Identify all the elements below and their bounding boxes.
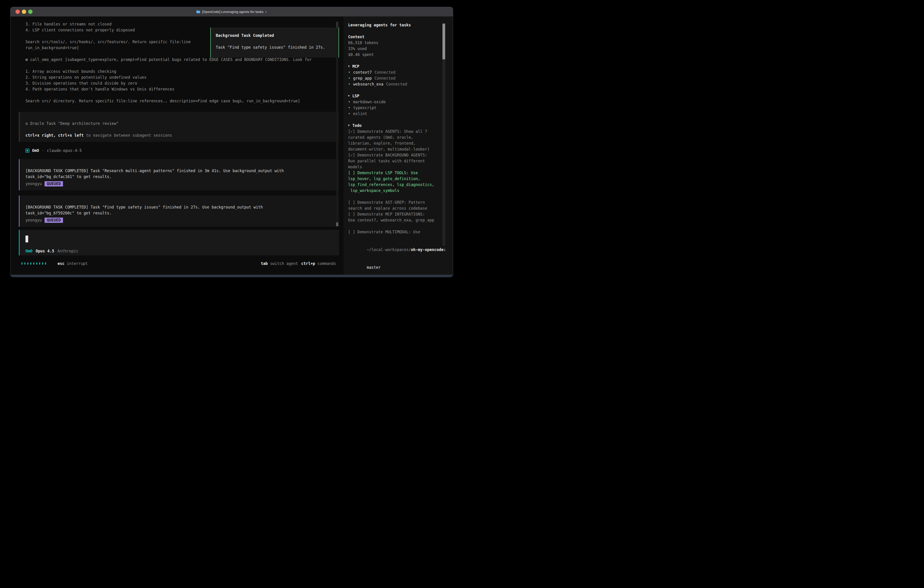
mcp-item: • websearch_exa Connected: [348, 81, 441, 87]
mcp-item: • context7 Connected: [348, 69, 441, 75]
chevron-down-icon: ▼: [348, 93, 350, 99]
traffic-lights: [15, 7, 33, 17]
todo-line: curated agents (OmO, oracle,: [348, 134, 441, 140]
todo-line: document-writer, multimodal-looker): [348, 146, 441, 152]
lsp-section-header[interactable]: ▼ LSP: [348, 93, 441, 99]
subagent-nav-hint: ctrl+x right, ctrl+x left to navigate be…: [25, 132, 334, 138]
main-scrollbar-thumb[interactable]: [336, 222, 338, 226]
active-agent-name: OmO: [25, 249, 33, 253]
todo-line-active: lsp_hover, lsp_goto_definition,: [348, 176, 441, 182]
status-bar: esc interrupt tab switch agent ctrl+p co…: [21, 261, 336, 266]
scrollback-line: 3. Division operations that could divide…: [25, 80, 312, 86]
main-scrollbar-top-segment: [336, 22, 338, 28]
oracle-task-title: ◎ Oracle Task "Deep architecture review": [25, 121, 334, 126]
scrollback-line: Search src/ directory. Return specific f…: [25, 98, 312, 104]
bg-task-message-line: task_id="bg_6f59260c" to get results.: [25, 210, 334, 216]
tab-shortcut-label: switch agent: [270, 261, 298, 266]
folder-icon: [196, 10, 200, 13]
close-button[interactable]: [15, 10, 20, 14]
todo-line: [ ] Demonstrate MCP INTEGRATIONS:: [348, 211, 441, 217]
chevron-down-icon: ▼: [348, 122, 350, 129]
terminal-window: [OpenCode] Leveraging agents for tasks ◐…: [10, 7, 453, 277]
bg-task-card-1: [BACKGROUND TASK COMPLETED] Task "Resear…: [19, 159, 339, 190]
scrollback-line: 3. File handles or streams not closed: [25, 21, 312, 27]
tab-shortcut[interactable]: tab: [261, 261, 268, 266]
ctrlp-shortcut[interactable]: ctrl+p: [301, 261, 315, 266]
scrollback-line: 2. String operations on potentially unde…: [25, 74, 312, 80]
window-title: [OpenCode] Leveraging agents for tasks ◐: [196, 10, 267, 14]
esc-shortcut-label: interrupt: [67, 261, 88, 266]
todo-line: [ ] Demonstrate MULTIMODAL: Use: [348, 229, 441, 235]
model-status-line: OmO Opus 4.5 Anthropic: [25, 249, 339, 253]
scrollback-line: 4. Path operations that don't handle Win…: [25, 86, 312, 92]
context-used: 33% used: [348, 46, 441, 51]
queued-badge: QUEUED: [45, 181, 63, 187]
lsp-item: • markdown-oxide: [348, 99, 441, 105]
bg-task-message-line: [BACKGROUND TASK COMPLETED] Task "Find t…: [25, 204, 334, 210]
queued-badge: QUEUED: [45, 218, 63, 223]
omo-agent-icon: [25, 149, 29, 153]
todo-line: [✓] Demonstrate BACKGROUND AGENTS:: [348, 152, 441, 158]
todo-line: Run parallel tasks with different: [348, 158, 441, 164]
agent-header: OmO · claude-opus-4-5: [25, 147, 82, 154]
window-bottom-strip: [10, 275, 453, 277]
context-header: Context: [348, 34, 441, 40]
sidebar-scrollbar-thumb[interactable]: [442, 24, 445, 59]
todo-line-active: lsp_workspace_symbols: [348, 188, 441, 193]
todo-section-header[interactable]: ▼ Todo: [348, 122, 441, 129]
scrollback-line: 1. Array access without bounds checking: [25, 68, 312, 74]
session-title: Leveraging agents for tasks: [348, 22, 441, 28]
todo-line: Use context7, websearch_exa, grep_app: [348, 217, 441, 223]
task-user: yeongyu: [25, 218, 42, 222]
main-scrollbar-track[interactable]: [336, 22, 338, 226]
bg-task-card-2: [BACKGROUND TASK COMPLETED] Task "Find t…: [19, 195, 339, 227]
todo-line: librarian, explore, frontend,: [348, 140, 441, 146]
todo-line: search and replace across codebase: [348, 205, 441, 211]
todo-line-active: lsp_find_references, lsp_diagnostics,: [348, 182, 441, 188]
todo-line: [ ] Demonstrate AST-GREP: Pattern: [348, 200, 441, 205]
toast-title: Background Task Completed: [216, 33, 333, 38]
background-task-toast: Background Task Completed Task "Find typ…: [210, 28, 339, 58]
chat-transcript-area[interactable]: 3. File handles or streams not closed 4.…: [10, 17, 343, 275]
context-tokens: 66,518 tokens: [348, 40, 441, 46]
target-icon: ◎: [25, 121, 28, 126]
bg-task-message-line: [BACKGROUND TASK COMPLETED] Task "Resear…: [25, 168, 334, 174]
green-dot-icon: •: [348, 111, 350, 117]
esc-shortcut[interactable]: esc: [58, 261, 64, 266]
workspace-path: ~/local-workspaces/oh-my-opencode:: [348, 241, 441, 259]
green-dot-icon: •: [348, 99, 350, 105]
zoom-button[interactable]: [28, 10, 33, 14]
todo-line: [✓] Demonstrate AGENTS: Show all 7: [348, 129, 441, 134]
agent-name: OmO: [32, 148, 39, 153]
todo-line-active: [ ] Demonstrate LSP TOOLS: Use: [348, 170, 441, 176]
window-title-text: [OpenCode] Leveraging agents for tasks: [202, 10, 264, 14]
separator-dot: ·: [42, 148, 44, 153]
green-dot-icon: •: [348, 81, 350, 87]
active-model-name: Opus 4.5: [36, 249, 54, 253]
session-sidebar: Leveraging agents for tasks Context 66,5…: [343, 17, 453, 275]
agent-model: claude-opus-4-5: [47, 148, 82, 153]
bg-task-message-line: task_id="bg_dcfac161" to get results.: [25, 174, 334, 180]
mcp-item: • grep_app Connected: [348, 75, 441, 81]
working-spinner: [21, 263, 46, 265]
ctrlp-shortcut-label: commands: [317, 261, 336, 266]
toast-body: Task "Find type safety issues" finished …: [216, 45, 333, 50]
lsp-item: • eslint: [348, 111, 441, 117]
prompt-input[interactable]: OmO Opus 4.5 Anthropic: [19, 230, 339, 255]
half-moon-icon: ◐: [265, 10, 267, 13]
todo-line: models: [348, 164, 441, 170]
gear-icon: ⚙: [25, 57, 28, 62]
green-dot-icon: •: [348, 105, 350, 111]
title-bar: [OpenCode] Leveraging agents for tasks ◐: [10, 7, 453, 17]
text-cursor: [25, 236, 28, 243]
git-branch: master: [348, 259, 441, 276]
minimize-button[interactable]: [22, 10, 26, 14]
mcp-section-header[interactable]: ▼ MCP: [348, 63, 441, 69]
lsp-item: • typescript: [348, 105, 441, 111]
task-user: yeongyu: [25, 182, 42, 186]
tool-call-text: call_omo_agent [subagent_type=explore, p…: [30, 57, 312, 62]
green-dot-icon: •: [348, 75, 350, 81]
green-dot-icon: •: [348, 69, 350, 75]
chevron-down-icon: ▼: [348, 63, 350, 69]
context-spent: $0.46 spent: [348, 51, 441, 58]
